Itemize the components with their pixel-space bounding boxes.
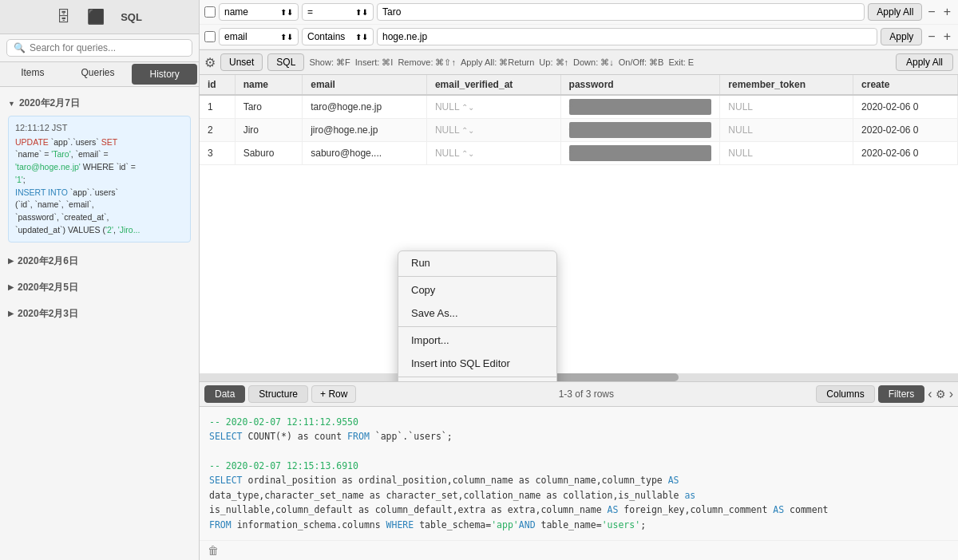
filter-row-2: email ⬆⬇ Contains ⬆⬇ Apply − + [200,25,958,49]
cell-password: $ [560,119,720,142]
col-remember-token: remember_token [720,75,853,95]
date-header-feb5[interactable]: ▶ 2020年2月5日 [8,278,191,298]
bottom-bar: Data Structure + Row 1-3 of 3 rows Colum… [200,381,958,560]
unset-button[interactable]: Unset [220,53,263,71]
show-shortcut: Show: ⌘F [309,57,350,68]
console-keyword: SELECT [209,431,243,442]
cell-email-verified: NULL ⌃⌄ [426,142,560,165]
columns-button[interactable]: Columns [816,385,874,403]
ctx-run[interactable]: Run [398,251,556,274]
console-select-2: SELECT [209,475,243,486]
date-header-feb3[interactable]: ▶ 2020年2月3日 [8,304,191,324]
history-sql: UPDATE `app`.`users` SET `name` = 'Taro'… [15,136,184,237]
apply-all-button[interactable]: Apply All [896,53,953,71]
filter-field-2[interactable]: email ⬆⬇ [219,28,299,45]
tab-items[interactable]: Items [0,62,65,86]
add-filter-1[interactable]: + [941,5,953,19]
console-entry-2: -- 2020-02-07 12:15:13.6910 SELECT ordin… [209,459,948,532]
date-label-feb7: 2020年2月7日 [19,97,80,110]
onoff-shortcut: On/Off: ⌘B [619,57,664,68]
console-as-2b: as [684,490,695,501]
table-row[interactable]: 1 Taro taro@hoge.ne.jp NULL ⌃⌄ $ NULL 20… [200,95,958,119]
cell-id: 2 [200,119,235,142]
history-list: ▼ 2020年2月7日 12:11:12 JST UPDATE `app`.`u… [0,87,199,560]
filter-op-1[interactable]: = ⬆⬇ [302,3,374,21]
search-input[interactable] [30,42,185,53]
remove-filter-2[interactable]: − [925,30,937,44]
toolbar: ⚙ Unset SQL Show: ⌘F Insert: ⌘I Remove: … [200,50,958,75]
trash-icon[interactable]: 🗑 [208,544,219,557]
date-group-feb5: ▶ 2020年2月5日 [0,274,199,301]
up-shortcut: Up: ⌘↑ [539,57,568,68]
console-as-2d: AS [773,504,784,515]
search-bar: 🔍 [0,34,199,62]
next-page-button[interactable]: › [949,387,953,401]
tab-history[interactable]: History [132,64,197,85]
sidebar: 🗄 ⬛ SQL 🔍 Items Queries History ▼ 2020年2… [0,0,200,560]
expand-triangle: ▶ [8,310,14,317]
console-table-1: `app`.`users`; [375,431,453,442]
ctx-copy[interactable]: Copy [398,278,556,302]
cell-name: Taro [235,95,303,119]
tab-structure[interactable]: Structure [248,385,308,403]
cell-created-at: 2020-02-06 0 [853,142,958,165]
ctx-sep-3 [398,377,556,377]
table-row[interactable]: 2 Jiro jiro@hoge.ne.jp NULL ⌃⌄ $ NULL 20… [200,119,958,142]
sql-icon[interactable]: SQL [121,11,142,23]
table-row[interactable]: 3 Saburo saburo@hoge.... NULL ⌃⌄ $ NULL … [200,142,958,165]
console-where-2: WHERE [386,519,414,530]
down-shortcut: Down: ⌘↓ [573,57,614,68]
expand-triangle: ▶ [8,283,14,291]
database-icon[interactable]: 🗄 [57,9,71,26]
history-timestamp: 12:11:12 JST [15,121,184,135]
cell-created-at: 2020-02-06 0 [853,95,958,119]
cell-email: saburo@hoge.... [303,142,427,165]
gear-icon[interactable]: ⚙ [204,55,216,70]
remove-filter-1[interactable]: − [925,5,937,19]
col-id: id [200,75,235,95]
gear-icon-bottom[interactable]: ⚙ [936,388,946,400]
apply-button-2[interactable]: Apply [881,28,922,45]
row-count: 1-3 of 3 rows [559,388,614,400]
tab-queries[interactable]: Queries [65,62,131,86]
cell-remember-token: NULL [720,142,853,165]
prev-page-button[interactable]: ‹ [928,387,932,401]
add-filter-2[interactable]: + [941,30,953,44]
console-footer: 🗑 [200,540,958,560]
ctx-sep-1 [398,276,556,277]
table-icon[interactable]: ⬛ [87,8,105,26]
console-sql-2d: foreign_key,column_comment [623,504,773,515]
col-email: email [303,75,427,95]
console-sql-2b: data_type,character_set_name as characte… [209,490,684,501]
cell-email-verified: NULL ⌃⌄ [426,119,560,142]
filter-checkbox-2[interactable] [204,31,216,42]
add-row-button[interactable]: + Row [311,385,356,403]
console-entry-1: -- 2020-02-07 12:11:12.9550 SELECT COUNT… [209,415,948,444]
cell-name: Saburo [235,142,303,165]
date-header-feb7[interactable]: ▼ 2020年2月7日 [8,93,191,113]
filter-field-1[interactable]: name ⬆⬇ [219,3,299,21]
console-sql-2c: is_nullable,column_default as column_def… [209,504,608,515]
sql-button[interactable]: SQL [267,53,304,71]
ctx-insert-sql[interactable]: Insert into SQL Editor [398,352,556,375]
filter-checkbox-1[interactable] [204,6,216,18]
scrollbar-h[interactable] [200,373,958,381]
date-group-feb7: ▼ 2020年2月7日 12:11:12 JST UPDATE `app`.`u… [0,90,199,248]
ctx-save-as[interactable]: Save As... [398,302,556,325]
date-label-feb3: 2020年2月3日 [18,307,78,321]
cell-email: taro@hoge.ne.jp [303,95,427,119]
filters-button[interactable]: Filters [878,385,925,403]
apply-button-1[interactable]: Apply All [868,3,922,21]
ctx-import[interactable]: Import... [398,329,556,352]
filter-op-2[interactable]: Contains ⬆⬇ [302,28,374,45]
filter-value-2[interactable] [377,28,877,45]
console-as-2: AS [668,475,679,486]
cell-id: 3 [200,142,235,165]
ctx-show-finder[interactable]: Show in Finder [398,379,556,381]
date-header-feb6[interactable]: ▶ 2020年2月6日 [8,251,191,271]
ctx-sep-2 [398,326,556,327]
history-entry[interactable]: 12:11:12 JST UPDATE `app`.`users` SET `n… [8,116,191,243]
tab-data[interactable]: Data [204,385,245,403]
filter-value-1[interactable] [377,3,865,21]
data-table: id name email email_verified_at password… [200,75,958,165]
